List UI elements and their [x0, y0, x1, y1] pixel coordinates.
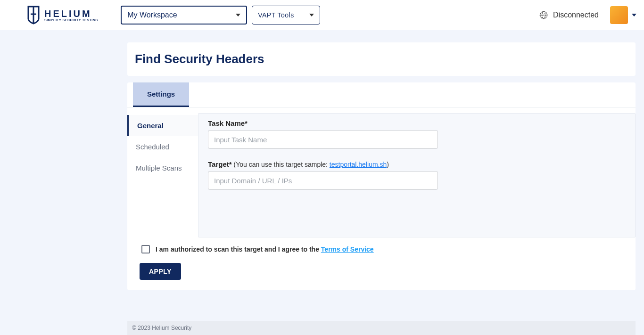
- consent-row: I am authorized to scan this target and …: [127, 237, 636, 253]
- title-card: Find Security Headers: [127, 42, 636, 76]
- target-label: Target*: [208, 160, 232, 168]
- tab-bar: Settings: [127, 82, 636, 107]
- tools-label: VAPT Tools: [258, 11, 294, 19]
- settings-sidenav: General Scheduled Multiple Scans: [127, 113, 198, 237]
- tab-settings[interactable]: Settings: [133, 82, 189, 107]
- footer: © 2023 Helium Security: [127, 321, 636, 335]
- connection-status: Disconnected: [539, 10, 599, 20]
- workspace-selected: My Workspace: [127, 11, 177, 19]
- workspace-dropdown[interactable]: My Workspace: [121, 6, 247, 25]
- shield-icon: [26, 6, 41, 25]
- task-name-label: Task Name*: [208, 119, 626, 127]
- consent-text: I am authorized to scan this target and …: [156, 245, 321, 253]
- logo-subtitle: SIMPLIFY SECURITY TESTING: [44, 18, 98, 22]
- terms-of-service-link[interactable]: Terms of Service: [321, 245, 374, 253]
- apply-button[interactable]: APPLY: [140, 263, 181, 280]
- task-name-input[interactable]: [208, 130, 438, 149]
- logo-title: HELIUM: [44, 9, 98, 18]
- status-text: Disconnected: [553, 11, 599, 19]
- vapt-tools-dropdown[interactable]: VAPT Tools: [252, 6, 320, 25]
- globe-icon: [539, 10, 548, 20]
- form-panel: Task Name* Target* (You can use this tar…: [198, 113, 636, 237]
- target-sample-link[interactable]: testportal.helium.sh: [330, 161, 387, 168]
- chevron-down-icon: [309, 14, 314, 16]
- sidenav-multiple-scans[interactable]: Multiple Scans: [127, 157, 198, 179]
- page-body: Find Security Headers Settings General S…: [0, 30, 644, 335]
- content-card: Settings General Scheduled Multiple Scan…: [127, 82, 636, 290]
- sidenav-scheduled[interactable]: Scheduled: [127, 136, 198, 157]
- chevron-down-icon: [236, 14, 240, 16]
- target-hint-suffix: ): [387, 161, 389, 168]
- page-title: Find Security Headers: [135, 52, 628, 66]
- sidenav-general[interactable]: General: [127, 115, 198, 136]
- copyright: © 2023 Helium Security: [132, 325, 191, 331]
- consent-checkbox[interactable]: [141, 245, 150, 253]
- target-hint-prefix: (You can use this target sample:: [233, 161, 329, 168]
- logo[interactable]: HELIUM SIMPLIFY SECURITY TESTING: [26, 6, 98, 25]
- app-header: HELIUM SIMPLIFY SECURITY TESTING My Work…: [0, 0, 644, 30]
- user-avatar[interactable]: [610, 6, 628, 24]
- target-input[interactable]: [208, 171, 438, 190]
- chevron-down-icon[interactable]: [632, 14, 636, 16]
